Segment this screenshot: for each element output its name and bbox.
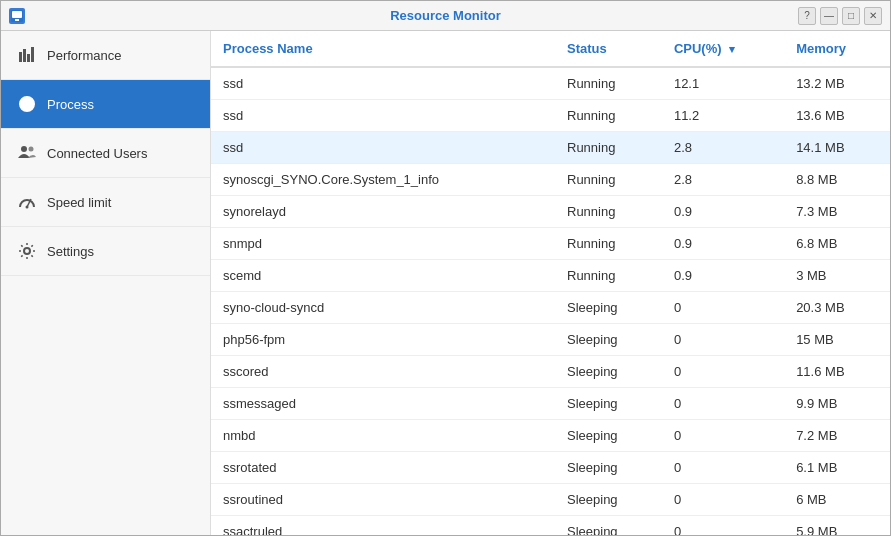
table-row[interactable]: snmpdRunning0.96.8 MB: [211, 228, 890, 260]
cell-status: Sleeping: [555, 292, 662, 324]
cell-process-name: snmpd: [211, 228, 555, 260]
table-row[interactable]: syno-cloud-syncdSleeping020.3 MB: [211, 292, 890, 324]
sidebar-item-process[interactable]: Process: [1, 80, 210, 129]
cell-process-name: ssmessaged: [211, 388, 555, 420]
col-header-process[interactable]: Process Name: [211, 31, 555, 67]
cell-memory: 6.1 MB: [784, 452, 890, 484]
window-title: Resource Monitor: [0, 8, 891, 23]
cell-cpu: 0.9: [662, 260, 784, 292]
cell-process-name: ssactruled: [211, 516, 555, 536]
chart-icon: [17, 45, 37, 65]
sidebar-item-performance[interactable]: Performance: [1, 31, 210, 80]
cell-process-name: syno-cloud-syncd: [211, 292, 555, 324]
table-row[interactable]: synorelaydRunning0.97.3 MB: [211, 196, 890, 228]
cell-memory: 7.2 MB: [784, 420, 890, 452]
cell-memory: 20.3 MB: [784, 292, 890, 324]
cell-status: Sleeping: [555, 356, 662, 388]
cell-cpu: 0: [662, 420, 784, 452]
app-icon: [9, 8, 25, 24]
svg-point-14: [24, 248, 30, 254]
cell-cpu: 0: [662, 388, 784, 420]
cell-status: Running: [555, 228, 662, 260]
sort-arrow-cpu: ▾: [729, 43, 735, 55]
settings-icon: [17, 241, 37, 261]
cell-memory: 3 MB: [784, 260, 890, 292]
cell-process-name: synoscgi_SYNO.Core.System_1_info: [211, 164, 555, 196]
sidebar-label-performance: Performance: [47, 48, 121, 63]
sidebar: Performance Process: [1, 31, 211, 535]
cell-memory: 14.1 MB: [784, 132, 890, 164]
table-row[interactable]: ssdRunning11.213.6 MB: [211, 100, 890, 132]
cell-memory: 13.6 MB: [784, 100, 890, 132]
minimize-button[interactable]: —: [820, 7, 838, 25]
table-header-row: Process Name Status CPU(%) ▾ Memory: [211, 31, 890, 67]
table-row[interactable]: sscoredSleeping011.6 MB: [211, 356, 890, 388]
table-row[interactable]: ssmessagedSleeping09.9 MB: [211, 388, 890, 420]
cell-memory: 11.6 MB: [784, 356, 890, 388]
sidebar-item-speed-limit[interactable]: Speed limit: [1, 178, 210, 227]
cell-status: Running: [555, 67, 662, 100]
svg-rect-4: [23, 49, 26, 62]
close-button[interactable]: ✕: [864, 7, 882, 25]
table-row[interactable]: synoscgi_SYNO.Core.System_1_infoRunning2…: [211, 164, 890, 196]
table-row[interactable]: ssdRunning2.814.1 MB: [211, 132, 890, 164]
sidebar-label-speed-limit: Speed limit: [47, 195, 111, 210]
svg-point-11: [29, 147, 34, 152]
cell-status: Sleeping: [555, 484, 662, 516]
table-row[interactable]: nmbdSleeping07.2 MB: [211, 420, 890, 452]
help-button[interactable]: ?: [798, 7, 816, 25]
content-area: Performance Process: [1, 31, 890, 535]
cell-cpu: 11.2: [662, 100, 784, 132]
sidebar-item-connected-users[interactable]: Connected Users: [1, 129, 210, 178]
cell-process-name: php56-fpm: [211, 324, 555, 356]
cell-status: Sleeping: [555, 516, 662, 536]
cell-process-name: nmbd: [211, 420, 555, 452]
svg-rect-2: [15, 19, 19, 21]
cell-process-name: synorelayd: [211, 196, 555, 228]
maximize-button[interactable]: □: [842, 7, 860, 25]
col-header-status[interactable]: Status: [555, 31, 662, 67]
table-row[interactable]: ssrotatedSleeping06.1 MB: [211, 452, 890, 484]
col-header-cpu[interactable]: CPU(%) ▾: [662, 31, 784, 67]
cell-memory: 13.2 MB: [784, 67, 890, 100]
cell-cpu: 0.9: [662, 196, 784, 228]
process-table-container[interactable]: Process Name Status CPU(%) ▾ Memory: [211, 31, 890, 535]
table-row[interactable]: ssdRunning12.113.2 MB: [211, 67, 890, 100]
process-icon: [17, 94, 37, 114]
cell-memory: 5.9 MB: [784, 516, 890, 536]
cell-process-name: ssroutined: [211, 484, 555, 516]
cell-memory: 8.8 MB: [784, 164, 890, 196]
sidebar-item-settings[interactable]: Settings: [1, 227, 210, 276]
col-header-memory[interactable]: Memory: [784, 31, 890, 67]
title-bar-controls: ? — □ ✕: [798, 7, 882, 25]
svg-rect-5: [27, 54, 30, 62]
table-row[interactable]: ssroutinedSleeping06 MB: [211, 484, 890, 516]
table-row[interactable]: php56-fpmSleeping015 MB: [211, 324, 890, 356]
cell-cpu: 12.1: [662, 67, 784, 100]
app-window: Resource Monitor ? — □ ✕ Performance: [0, 0, 891, 536]
main-panel: Process Name Status CPU(%) ▾ Memory: [211, 31, 890, 535]
cell-cpu: 0: [662, 324, 784, 356]
cell-status: Running: [555, 196, 662, 228]
cell-process-name: ssd: [211, 67, 555, 100]
cell-status: Running: [555, 132, 662, 164]
cell-memory: 9.9 MB: [784, 388, 890, 420]
sidebar-label-connected-users: Connected Users: [47, 146, 147, 161]
cell-memory: 6.8 MB: [784, 228, 890, 260]
cell-cpu: 0: [662, 452, 784, 484]
cell-process-name: ssd: [211, 100, 555, 132]
cell-cpu: 0: [662, 484, 784, 516]
cell-cpu: 0.9: [662, 228, 784, 260]
table-row[interactable]: scemdRunning0.93 MB: [211, 260, 890, 292]
cell-memory: 15 MB: [784, 324, 890, 356]
cell-process-name: ssrotated: [211, 452, 555, 484]
cell-status: Running: [555, 260, 662, 292]
title-bar-left: [9, 8, 25, 24]
speed-icon: [17, 192, 37, 212]
cell-process-name: ssd: [211, 132, 555, 164]
table-row[interactable]: ssactruledSleeping05.9 MB: [211, 516, 890, 536]
cell-status: Sleeping: [555, 452, 662, 484]
cell-status: Sleeping: [555, 324, 662, 356]
svg-point-13: [26, 206, 29, 209]
svg-rect-1: [12, 11, 22, 18]
